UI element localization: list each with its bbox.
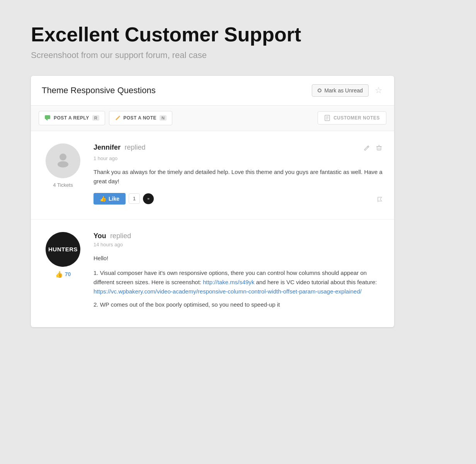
svg-point-7 (58, 161, 68, 167)
svg-rect-8 (377, 147, 381, 150)
hunters-thumb-icon: 👍 (55, 271, 63, 278)
reply-icon (44, 114, 51, 122)
jennifer-author-line: Jennifer replied (94, 143, 146, 152)
ticket-title: Theme Responsive Questions (42, 85, 156, 96)
hunters-author: You (94, 232, 106, 240)
page-subtitle: Screenshoot from our support forum, real… (31, 50, 445, 60)
header-actions: Mark as Unread ☆ (312, 84, 383, 97)
notebook-icon (324, 115, 330, 121)
jennifer-flag-button[interactable] (376, 196, 383, 205)
like-label: Like (109, 196, 119, 202)
card-header: Theme Responsive Questions Mark as Unrea… (31, 76, 394, 106)
hunters-author-line: You replied (94, 232, 131, 240)
post-note-key: N (160, 115, 167, 121)
like-thumb-icon: 👍 (100, 196, 106, 202)
jennifer-avatar (46, 143, 80, 178)
toolbar-left: POST A REPLY R POST A NOTE N (39, 111, 172, 125)
jennifer-verb: replied (124, 143, 145, 151)
svg-rect-0 (45, 115, 50, 119)
hunters-reply-content: You replied 14 hours ago Hello! 1. Visua… (94, 232, 383, 316)
customer-notes-button[interactable]: CUSTOMER NOTES (318, 111, 386, 125)
hunters-avatar-col: HUNTERS 👍 70 (42, 232, 84, 316)
svg-point-6 (60, 154, 66, 160)
post-reply-label: POST A REPLY (54, 115, 89, 121)
jennifer-reply-content: Jennifer replied (94, 143, 383, 208)
jennifer-author: Jennifer (94, 143, 121, 151)
card-toolbar: POST A REPLY R POST A NOTE N (31, 106, 394, 131)
hunter-label-small: H (148, 198, 149, 200)
jennifer-text: Thank you as always for the timely and d… (94, 167, 383, 186)
hunters-hello: Hello! (94, 254, 383, 263)
jennifer-avatar-col: 4 Tickets (42, 143, 84, 208)
mark-unread-label: Mark as Unread (324, 87, 363, 94)
hunters-likes-number: 70 (65, 271, 71, 277)
note-icon (115, 115, 120, 121)
jennifer-like-row: 👍 Like 1 H (94, 193, 383, 208)
customer-notes-label: CUSTOMER NOTES (333, 115, 380, 121)
jennifer-like-bar: 👍 Like 1 H (94, 193, 154, 205)
jennifer-edit-button[interactable] (362, 143, 371, 154)
hunters-point-1: 1. Visual composer have it's own respons… (94, 268, 383, 296)
hunters-verb: replied (110, 232, 131, 240)
svg-marker-1 (46, 119, 48, 121)
hunters-avatar: HUNTERS (46, 232, 80, 267)
jennifer-delete-button[interactable] (375, 143, 383, 154)
reply-entry-hunters: HUNTERS 👍 70 You replied 14 hours ago He… (31, 220, 394, 327)
post-note-label: POST A NOTE (123, 115, 156, 121)
reply-entry-jennifer: 4 Tickets Jennifer replied (31, 131, 394, 220)
link-tutorial[interactable]: https://vc.wpbakery.com/video-academy/re… (94, 288, 362, 295)
star-button[interactable]: ☆ (374, 85, 383, 96)
jennifer-time: 1 hour ago (94, 155, 383, 161)
star-icon: ☆ (375, 85, 382, 95)
jennifer-action-buttons (362, 143, 383, 154)
hunters-avatar-text: HUNTERS (48, 246, 78, 252)
page-title: Excellent Customer Support (31, 23, 445, 46)
trash-icon (376, 144, 382, 151)
ticket-card: Theme Responsive Questions Mark as Unrea… (31, 76, 394, 327)
post-reply-key: R (92, 115, 99, 121)
jennifer-reply-header: Jennifer replied (94, 143, 383, 154)
link-screenshot[interactable]: http://take.ms/s49yk (203, 279, 254, 285)
jennifer-like-button[interactable]: 👍 Like (94, 193, 126, 205)
hunters-time: 14 hours ago (94, 242, 383, 247)
hunters-text: Hello! 1. Visual composer have it's own … (94, 254, 383, 309)
mark-unread-button[interactable]: Mark as Unread (312, 84, 369, 97)
hunters-point-2: 2. WP comes out of the box poorly optimi… (94, 300, 383, 309)
post-note-button[interactable]: POST A NOTE N (109, 111, 172, 125)
hunter-avatar-small: H (143, 193, 154, 204)
post-reply-button[interactable]: POST A REPLY R (39, 111, 105, 125)
edit-icon (363, 144, 370, 151)
hunters-reply-header: You replied (94, 232, 383, 240)
flag-icon (376, 196, 383, 203)
person-icon (54, 150, 71, 171)
dot-icon (318, 89, 321, 92)
jennifer-like-count: 1 (129, 193, 140, 204)
jennifer-ticket-count: 4 Tickets (53, 182, 73, 188)
hunters-likes-count: 👍 70 (55, 271, 71, 278)
